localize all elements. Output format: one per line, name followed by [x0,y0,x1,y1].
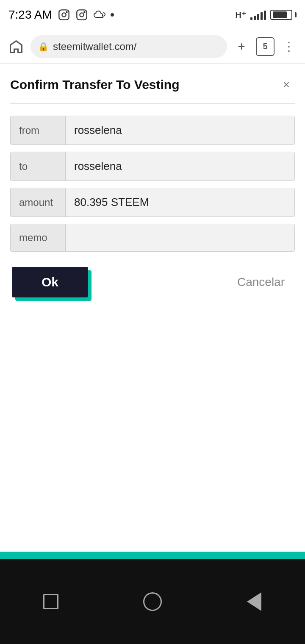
camera-icon [75,8,89,22]
signal-bars [250,10,266,20]
dialog-header: Confirm Transfer To Vesting × [10,76,295,93]
cancel-button[interactable]: Cancelar [229,271,293,293]
lock-icon: 🔒 [38,42,49,52]
battery-container: 82 [270,10,292,20]
amount-row: amount 80.395 STEEM [10,188,295,217]
svg-point-4 [80,13,83,17]
instagram-icon [57,8,71,22]
signal-bar-3 [257,14,259,20]
memo-label: memo [11,224,66,251]
dialog-divider [10,103,295,104]
svg-rect-3 [77,10,86,19]
home-nav-icon [143,592,162,611]
back-icon [247,592,261,611]
network-type: H⁺ [236,10,246,20]
ok-button-wrapper: Ok [12,267,88,297]
from-value: rosselena [66,116,294,144]
status-icons [57,8,114,22]
battery-tip [295,12,297,17]
add-tab-button[interactable]: + [232,37,251,56]
memo-row: memo [10,224,295,252]
buttons-row: Ok Cancelar [10,267,295,297]
dialog-title: Confirm Transfer To Vesting [10,78,180,92]
to-row: to rosselena [10,152,295,181]
from-label: from [11,116,66,144]
recents-icon [43,594,58,609]
url-bar[interactable]: 🔒 steemitwallet.com/ [30,35,227,58]
svg-point-1 [62,13,66,17]
back-button[interactable] [241,589,267,614]
home-nav-button[interactable] [140,589,165,614]
amount-value: 80.395 STEEM [66,188,294,217]
close-button[interactable]: × [278,76,295,93]
signal-bar-2 [254,16,256,20]
svg-rect-0 [59,10,69,19]
dialog: Confirm Transfer To Vesting × from rosse… [0,64,305,310]
memo-value [66,224,294,251]
battery-text: 82 [271,11,291,18]
svg-point-5 [84,11,85,12]
amount-label: amount [11,188,66,217]
teal-bar [0,552,305,559]
to-value: rosselena [66,152,294,180]
cloud-icon [93,8,106,22]
ok-button-label: Ok [42,275,58,289]
signal-bar-4 [261,12,263,20]
svg-point-2 [66,11,67,12]
battery: 82 [270,10,297,20]
from-row: from rosselena [10,116,295,145]
signal-bar-5 [264,11,266,20]
browser-bar: 🔒 steemitwallet.com/ + 5 ⋮ [0,30,305,64]
status-time: 7:23 AM [8,8,52,22]
recents-button[interactable] [38,589,64,614]
signal-bar-1 [250,17,252,20]
status-right: H⁺ 82 [236,10,297,20]
menu-button[interactable]: ⋮ [280,37,298,56]
home-icon[interactable] [7,37,25,56]
status-dot [111,13,114,17]
status-bar: 7:23 AM [0,0,305,30]
status-left: 7:23 AM [8,8,114,22]
ok-button[interactable]: Ok [12,267,88,297]
navigation-bar [0,559,305,644]
to-label: to [11,152,66,180]
url-text: steemitwallet.com/ [53,41,219,53]
tab-count[interactable]: 5 [256,37,274,56]
